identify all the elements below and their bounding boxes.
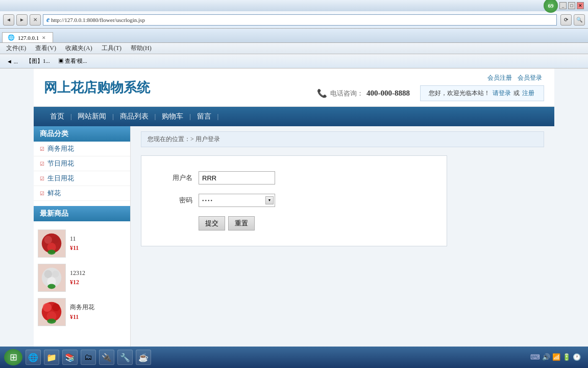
svg-point-6 [44, 270, 52, 278]
forward-button[interactable]: ► [16, 14, 28, 26]
sidebar-item-label-4: 鲜花 [47, 189, 61, 198]
toolbar-bookmark-btn[interactable]: 【图】1... [22, 56, 54, 67]
new-products-list: 11 ¥11 [34, 225, 130, 336]
nav-products[interactable]: 商品列表 [114, 107, 155, 126]
sys-icon-3[interactable]: 📶 [552, 353, 560, 361]
maximize-btn[interactable]: □ [568, 2, 575, 9]
sidebar-item-birthday[interactable]: ☑ 生日用花 [34, 171, 130, 186]
menu-help[interactable]: 帮助(H) [127, 43, 156, 54]
sidebar-item-label-2: 节日用花 [47, 159, 74, 168]
toolbar-nav-btn[interactable]: ◄ ... [3, 56, 21, 67]
tab-bar: 🌐 127.0.0.1 ✕ [0, 29, 588, 43]
page-content: 网上花店购物系统 会员注册 会员登录 📞 电话咨询： 400-000-8888 … [0, 68, 588, 347]
header-mid-right: 📞 电话咨询： 400-000-8888 您好，欢迎光临本站！ 请登录 或 注册 [317, 85, 544, 101]
new-products-section: 最新商品 [34, 206, 130, 336]
product-info-3: 商务用花 ¥11 [70, 303, 94, 321]
product-item-3[interactable]: 商务用花 ¥11 [38, 298, 126, 326]
category-section: 商品分类 ☑ 商务用花 ☑ 节日用花 ☑ 生日用花 ☑ [34, 126, 130, 201]
sidebar-item-holiday[interactable]: ☑ 节日用花 [34, 156, 130, 171]
checkbox-icon-2: ☑ [40, 161, 44, 167]
back-button[interactable]: ◄ [3, 14, 14, 26]
sidebar-item-business[interactable]: ☑ 商务用花 [34, 142, 130, 156]
ie-icon: e [46, 16, 50, 24]
title-bar: 69 _ □ ✕ [0, 0, 588, 11]
please-login-link[interactable]: 请登录 [493, 89, 511, 97]
taskbar-files-icon[interactable]: 🗂 [81, 350, 96, 365]
stop-button[interactable]: ✕ [30, 14, 41, 26]
site-title: 网上花店购物系统 [44, 79, 150, 97]
sidebar-item-label: 商务用花 [47, 144, 74, 153]
taskbar-browser-icon[interactable]: 🌐 [26, 350, 41, 365]
menu-bar: 文件(E) 查看(V) 收藏夹(A) 工具(T) 帮助(H) [0, 43, 588, 54]
product-name-2: 12312 [70, 269, 85, 277]
nav-news[interactable]: 网站新闻 [71, 107, 112, 126]
sys-icon-4[interactable]: 🔋 [562, 353, 571, 361]
category-title: 商品分类 [34, 126, 130, 142]
reset-button[interactable]: 重置 [228, 216, 255, 231]
taskbar-java-icon[interactable]: ☕ [136, 350, 151, 365]
svg-point-11 [43, 303, 52, 312]
taskbar-wrench-icon[interactable]: 🔧 [117, 350, 133, 365]
taskbar: ⊞ 🌐 📁 📚 🗂 🔌 🔧 ☕ ⌨ 🔊 📶 🔋 🕐 [0, 347, 588, 368]
search-button[interactable]: 🔍 [574, 14, 585, 26]
member-login-link[interactable]: 会员登录 [518, 74, 542, 81]
product-image-1 [38, 229, 65, 258]
password-toggle[interactable]: ▼ [265, 196, 274, 204]
product-name-3: 商务用花 [70, 303, 94, 312]
product-name-1: 11 [70, 235, 79, 243]
submit-button[interactable]: 提交 [199, 216, 225, 231]
menu-file[interactable]: 文件(E) [2, 43, 30, 54]
register-link[interactable]: 注册 [522, 89, 534, 97]
main-content: 您现在的位置：> 用户登录 用户名 密码 •••• ▼ [131, 126, 554, 347]
nav-message[interactable]: 留言 [191, 107, 217, 126]
main-nav: 首页 | 网站新闻 | 商品列表 | 购物车 | 留言 | [34, 107, 554, 126]
toolbar: ◄ ... 【图】1... ▣ 查看'模... [0, 54, 588, 68]
nav-bar: ◄ ► ✕ e http://127.0.0.1:8080/flower/usc… [0, 11, 588, 29]
close-btn[interactable]: ✕ [577, 2, 584, 9]
product-price-3: ¥11 [70, 313, 94, 321]
minimize-btn[interactable]: _ [559, 2, 567, 9]
breadcrumb-text: 您现在的位置：> 用户登录 [148, 135, 220, 143]
product-item-1[interactable]: 11 ¥11 [38, 229, 126, 258]
form-buttons: 提交 重置 [199, 216, 426, 231]
sys-icon-5[interactable]: 🕐 [573, 353, 581, 361]
sidebar: 商品分类 ☑ 商务用花 ☑ 节日用花 ☑ 生日用花 ☑ [34, 126, 131, 347]
sidebar-item-label-3: 生日用花 [47, 174, 74, 183]
product-thumb-3 [38, 298, 66, 326]
toolbar-view-btn[interactable]: ▣ 查看'模... [55, 56, 91, 67]
product-item-2[interactable]: 12312 ¥12 [38, 264, 126, 292]
header-right: 会员注册 会员登录 📞 电话咨询： 400-000-8888 您好，欢迎光临本站… [317, 74, 544, 101]
nav-home[interactable]: 首页 [44, 107, 70, 126]
product-image-3 [38, 298, 65, 326]
site-header: 网上花店购物系统 会员注册 会员登录 📞 电话咨询： 400-000-8888 … [34, 68, 554, 107]
address-bar[interactable]: e http://127.0.0.1:8080/flower/uscrlogin… [43, 14, 557, 26]
product-info-1: 11 ¥11 [70, 235, 79, 252]
nav-cart[interactable]: 购物车 [156, 107, 189, 126]
member-links: 会员注册 会员登录 [485, 74, 544, 82]
page-wrapper: 网上花店购物系统 会员注册 会员登录 📞 电话咨询： 400-000-8888 … [34, 68, 554, 347]
taskbar-book-icon[interactable]: 📚 [62, 350, 78, 365]
svg-point-7 [52, 271, 59, 278]
tab-close-btn[interactable]: ✕ [42, 35, 46, 40]
username-input[interactable] [199, 171, 275, 185]
checkbox-icon: ☑ [40, 146, 44, 152]
taskbar-folder-icon[interactable]: 📁 [44, 350, 59, 365]
tab-icon: 🌐 [8, 34, 15, 41]
welcome-text: 您好，欢迎光临本站！ [429, 89, 490, 97]
taskbar-right: ⌨ 🔊 📶 🔋 🕐 [527, 353, 584, 361]
product-info-2: 12312 ¥12 [70, 269, 85, 286]
taskbar-plugin-icon[interactable]: 🔌 [99, 350, 114, 365]
sys-icon-1[interactable]: ⌨ [530, 353, 540, 361]
start-button[interactable]: ⊞ [4, 349, 22, 365]
menu-view[interactable]: 查看(V) [31, 43, 60, 54]
member-register-link[interactable]: 会员注册 [487, 74, 512, 81]
svg-point-4 [47, 250, 55, 255]
menu-tools[interactable]: 工具(T) [97, 43, 126, 54]
svg-point-2 [52, 237, 59, 243]
sys-icon-2[interactable]: 🔊 [542, 353, 550, 361]
menu-favorites[interactable]: 收藏夹(A) [61, 43, 96, 54]
checkbox-icon-4: ☑ [40, 191, 44, 196]
browser-tab[interactable]: 🌐 127.0.0.1 ✕ [2, 32, 53, 42]
refresh-button[interactable]: ⟳ [560, 14, 572, 26]
sidebar-item-fresh[interactable]: ☑ 鲜花 [34, 186, 130, 201]
